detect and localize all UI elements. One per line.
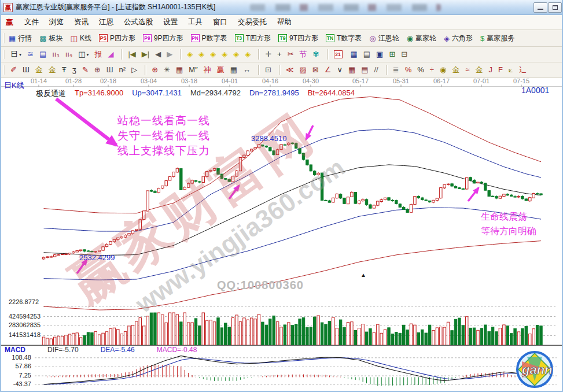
- tool-vee-line[interactable]: ∨: [335, 65, 344, 75]
- tool-fan-lines[interactable]: ≪: [284, 65, 296, 75]
- menu-窗口[interactable]: 窗口: [208, 16, 233, 29]
- tool-print[interactable]: ⊟: [399, 49, 409, 60]
- tool-comb-line[interactable]: Ш: [21, 65, 31, 75]
- tool-p-square[interactable]: PSP四方形: [99, 34, 135, 43]
- tool-gann-circle[interactable]: ⊕: [93, 65, 102, 75]
- tool-9p-square[interactable]: P99P四方形: [143, 34, 183, 43]
- tool-flag-gradient[interactable]: ◢: [106, 49, 115, 60]
- tool-percent-zone[interactable]: %: [403, 65, 414, 75]
- tool-shen-tool[interactable]: 神: [202, 65, 213, 75]
- tool-gold-circle[interactable]: ◉: [438, 65, 448, 75]
- maximize-button[interactable]: [548, 2, 562, 13]
- candle-style-dropdown-icon[interactable]: ▾: [86, 52, 89, 57]
- tool-gann-diamond-6[interactable]: ◈: [243, 49, 252, 60]
- tool-speed-line[interactable]: 辶: [517, 65, 528, 75]
- menu-设置[interactable]: 设置: [158, 16, 183, 29]
- menu-文件[interactable]: 文件: [19, 16, 44, 29]
- tool-gann-diamond-3[interactable]: ◈: [208, 49, 218, 60]
- tool-notes[interactable]: ▤: [362, 49, 372, 60]
- tool-festival-tool[interactable]: 节: [298, 49, 309, 60]
- tool-j-line[interactable]: J: [487, 65, 494, 75]
- menu-江恩[interactable]: 江恩: [94, 16, 119, 29]
- tool-skip-first[interactable]: |◀: [126, 49, 137, 60]
- minimize-button[interactable]: [533, 2, 547, 13]
- toolbar-drag-handle[interactable]: [3, 33, 5, 43]
- tool-hand-tool[interactable]: ✛: [263, 49, 273, 60]
- macd-header-value[interactable]: MACD: [5, 346, 25, 354]
- tool-hatch[interactable]: //: [373, 65, 380, 75]
- tool-export[interactable]: ⊞: [387, 49, 397, 60]
- tool-box-range[interactable]: ⊡: [263, 65, 273, 75]
- tool-web-box[interactable]: ▨: [298, 65, 308, 75]
- tool-percent-line[interactable]: ÷: [428, 65, 436, 75]
- tool-x-box[interactable]: ⊠: [311, 65, 321, 75]
- tool-tick-comb[interactable]: Ш: [105, 65, 115, 75]
- tool-gold-comb-2[interactable]: 金: [47, 65, 58, 75]
- tool-info-document[interactable]: ▤: [38, 49, 48, 60]
- tool-pattern-view[interactable]: ≋: [25, 49, 35, 60]
- toolbar-drag-handle[interactable]: [3, 65, 5, 75]
- tool-grid-123[interactable]: ▦: [229, 65, 239, 75]
- tool-winner-wheel[interactable]: ◉赢家轮: [407, 34, 436, 43]
- tool-calculator[interactable]: ▦: [349, 49, 359, 60]
- tool-p-number-table[interactable]: PNP数字表: [191, 34, 227, 43]
- tool-f-comb[interactable]: Ŧ: [60, 65, 68, 75]
- tool-mini-chart-9[interactable]: ıı₉: [64, 49, 74, 60]
- tool-gann-diamond-4[interactable]: ◈: [220, 49, 229, 60]
- tool-spider-web[interactable]: ▦: [174, 65, 185, 75]
- tool-spiral-tool[interactable]: ʒ: [71, 65, 78, 75]
- tool-period-day[interactable]: 日▾: [9, 49, 23, 60]
- tool-crosshair[interactable]: +: [275, 49, 284, 60]
- tool-step-back[interactable]: ◀: [153, 49, 163, 60]
- tool-gann-diamond-1[interactable]: ◈: [185, 49, 194, 60]
- tool-gold-level[interactable]: 金: [450, 65, 461, 75]
- tool-brush[interactable]: ✎: [80, 65, 90, 75]
- tool-kline[interactable]: ◫K线: [71, 34, 91, 43]
- tool-save[interactable]: ▣: [374, 49, 385, 60]
- tool-ying-tool[interactable]: 赢: [215, 65, 226, 75]
- tool-gold-fan[interactable]: 金: [473, 65, 484, 75]
- tool-arrow-draw[interactable]: ▷: [130, 65, 139, 75]
- menu-公式选股[interactable]: 公式选股: [119, 16, 158, 29]
- tool-mini-chart-3[interactable]: ıı₃: [50, 49, 61, 60]
- menu-帮助[interactable]: 帮助: [272, 16, 297, 29]
- tool-gold-comb-1[interactable]: 金: [34, 65, 45, 75]
- tool-gold-angle[interactable]: ⟀: [507, 65, 515, 75]
- menu-交易委托[interactable]: 交易委托: [233, 16, 272, 29]
- titlebar[interactable]: 赢 赢家江恩专业版[赢家服务平台] - [上证指数 SH1A0001-135日K…: [0, 0, 563, 15]
- tool-gann-diamond-5[interactable]: ◈: [231, 49, 241, 60]
- tool-pencil[interactable]: ✐: [9, 65, 19, 75]
- menu-资讯[interactable]: 资讯: [69, 16, 94, 29]
- tool-star-web[interactable]: ✳: [162, 65, 172, 75]
- period-day-dropdown-icon[interactable]: ▾: [19, 52, 21, 57]
- tool-t-number-table[interactable]: TNT数字表: [326, 34, 362, 43]
- tool-9t-square[interactable]: T99T四方形: [278, 34, 318, 43]
- tool-hexagon[interactable]: ◈六角形: [444, 34, 473, 43]
- tool-calendar-21[interactable]: 21: [332, 50, 347, 59]
- tool-stock-report[interactable]: 报: [93, 49, 104, 60]
- tool-angle-line[interactable]: ∠: [323, 65, 333, 75]
- indicator-name[interactable]: 极反通道: [36, 88, 66, 99]
- tool-smart-tool[interactable]: ✾: [311, 49, 321, 60]
- tool-skip-last[interactable]: ▶|: [140, 49, 151, 60]
- tool-wave-tool[interactable]: ≈: [463, 65, 471, 75]
- tool-t-square[interactable]: T3T四方形: [235, 34, 271, 43]
- tool-percent[interactable]: %: [415, 65, 426, 75]
- tool-m-marks[interactable]: M″: [187, 65, 199, 75]
- tool-level-list[interactable]: ≣: [391, 65, 401, 75]
- menu-浏览[interactable]: 浏览: [44, 16, 69, 29]
- tool-n-square[interactable]: n²: [117, 65, 128, 75]
- tool-measure-tool[interactable]: ✂: [286, 49, 296, 60]
- tool-compass[interactable]: ⊕: [150, 65, 160, 75]
- toolbar-drag-handle[interactable]: [3, 50, 5, 60]
- tool-candle-style[interactable]: ◫▾: [76, 49, 90, 60]
- tool-sectors[interactable]: ▩板块: [39, 34, 62, 43]
- tool-f-line[interactable]: F: [496, 65, 505, 75]
- tool-grid-a[interactable]: ▦: [347, 65, 357, 75]
- tool-quotes[interactable]: ▦行情: [9, 34, 32, 43]
- tool-width-span[interactable]: ↔: [241, 65, 252, 75]
- tool-winner-service[interactable]: $赢家服务: [480, 34, 514, 43]
- tool-grid-b[interactable]: ▤: [359, 65, 370, 75]
- tool-step-forward[interactable]: ▶: [165, 49, 174, 60]
- tool-gann-diamond-2[interactable]: ◈: [197, 49, 206, 60]
